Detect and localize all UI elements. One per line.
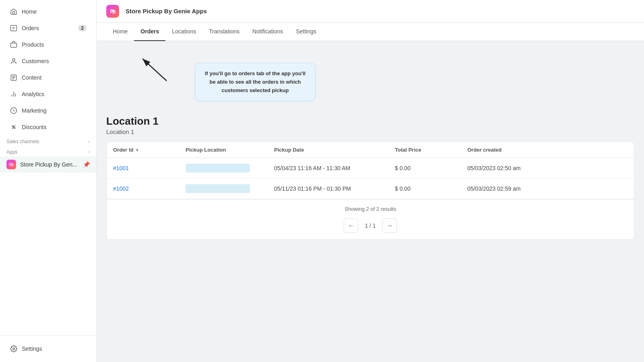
sidebar-item-home[interactable]: Home <box>3 4 93 20</box>
orders-icon <box>10 24 18 32</box>
tab-translations[interactable]: Translations <box>202 23 246 41</box>
sidebar-item-discounts-label: Discounts <box>22 124 46 130</box>
tab-orders[interactable]: Orders <box>134 23 165 41</box>
order-created-1001: 05/03/2023 02:50 am <box>467 165 556 171</box>
sidebar-item-orders-label: Orders <box>22 25 39 31</box>
tab-notifications[interactable]: Notifications <box>246 23 289 41</box>
tooltip-text: If you'll go to orders tab of the app yo… <box>205 70 305 93</box>
th-total-price: Total Price <box>395 147 467 153</box>
order-created-1002: 05/03/2023 02:59 am <box>467 185 556 192</box>
svg-point-5 <box>14 128 15 129</box>
svg-point-1 <box>12 58 15 61</box>
content-icon <box>10 74 18 82</box>
location-title: Location 1 <box>106 115 634 128</box>
sidebar-item-content[interactable]: Content <box>3 70 93 86</box>
customers-icon <box>10 57 18 65</box>
sidebar-item-marketing-label: Marketing <box>22 107 46 114</box>
sidebar-item-products-label: Products <box>22 41 44 48</box>
content-area: If you'll go to orders tab of the app yo… <box>97 41 644 362</box>
settings-icon <box>10 345 18 353</box>
page-info: 1 / 1 <box>361 222 379 229</box>
arrow-svg <box>138 55 171 87</box>
sales-channels-label: Sales channels <box>6 139 39 144</box>
sidebar-item-content-label: Content <box>22 74 41 81</box>
products-icon <box>10 41 18 49</box>
orders-table: Order Id ▼ Pickup Location Pickup Date T… <box>106 142 634 240</box>
prev-page-button[interactable]: ← <box>344 218 358 233</box>
order-id-1001[interactable]: #1001 <box>113 165 186 171</box>
svg-line-8 <box>142 59 167 81</box>
apps-chevron-icon: › <box>88 149 90 155</box>
location-header: Location 1 Location 1 <box>106 115 634 135</box>
sort-icon: ▼ <box>135 148 140 152</box>
pickup-date-1001: 05/04/23 11:16 AM - 11:30 AM <box>274 165 395 171</box>
sidebar-item-customers-label: Customers <box>22 58 49 64</box>
marketing-icon <box>10 107 18 115</box>
sidebar-item-customers[interactable]: Customers <box>3 53 93 69</box>
arrow-container <box>138 55 171 88</box>
discounts-icon <box>10 123 18 131</box>
main-content: 🛍 Store Pickup By Genie Apps Home Orders… <box>97 0 644 362</box>
total-price-1001: $ 0.00 <box>395 165 467 171</box>
pickup-location-bar <box>186 164 250 173</box>
home-icon <box>10 8 18 16</box>
pin-icon: 📌 <box>83 161 90 168</box>
tab-home[interactable]: Home <box>106 23 134 41</box>
nav-tabs: Home Orders Locations Translations Notif… <box>97 23 644 41</box>
sidebar-item-analytics[interactable]: Analytics <box>3 86 93 102</box>
pagination: ← 1 / 1 → <box>344 218 396 233</box>
sidebar-item-analytics-label: Analytics <box>22 91 44 97</box>
app-header: 🛍 Store Pickup By Genie Apps <box>97 0 644 23</box>
pickup-location-bar-1002 <box>186 184 274 193</box>
sidebar-item-home-label: Home <box>22 8 37 15</box>
svg-rect-0 <box>11 25 17 31</box>
tab-locations[interactable]: Locations <box>165 23 202 41</box>
sidebar-item-products[interactable]: Products <box>3 37 93 53</box>
pickup-location-bar-1001 <box>186 164 274 173</box>
sidebar: Home Orders 2 Products Customers C <box>0 0 97 362</box>
apps-label: Apps <box>6 149 17 155</box>
svg-point-4 <box>12 125 13 127</box>
table-header: Order Id ▼ Pickup Location Pickup Date T… <box>107 142 634 158</box>
results-text: Showing 2 of 2 results <box>345 206 396 212</box>
th-order-id[interactable]: Order Id ▼ <box>113 147 186 153</box>
tooltip-area: If you'll go to orders tab of the app yo… <box>106 51 634 107</box>
svg-point-6 <box>13 348 15 350</box>
sales-channels-section[interactable]: Sales channels › <box>0 136 96 146</box>
orders-badge: 2 <box>78 25 87 31</box>
sidebar-item-store-pickup[interactable]: 🛍 Store Pickup By Gen... 📌 <box>0 156 96 173</box>
app-header-logo: 🛍 <box>106 5 119 18</box>
table-row: #1001 05/04/23 11:16 AM - 11:30 AM $ 0.0… <box>107 158 634 179</box>
table-row: #1002 05/11/23 01:16 PM - 01:30 PM $ 0.0… <box>107 179 634 199</box>
sidebar-item-discounts[interactable]: Discounts <box>3 119 93 135</box>
sidebar-item-settings-label: Settings <box>22 346 42 352</box>
th-pickup-date: Pickup Date <box>274 147 395 153</box>
analytics-icon <box>10 90 18 98</box>
sidebar-nav: Home Orders 2 Products Customers C <box>0 0 96 335</box>
th-order-created: Order created <box>467 147 556 153</box>
tooltip-bubble: If you'll go to orders tab of the app yo… <box>195 63 316 101</box>
order-id-1002[interactable]: #1002 <box>113 185 186 192</box>
store-pickup-app-icon: 🛍 <box>6 160 16 169</box>
total-price-1002: $ 0.00 <box>395 185 467 192</box>
sidebar-bottom: Settings <box>0 335 96 362</box>
sidebar-item-orders[interactable]: Orders 2 <box>3 20 93 36</box>
sales-channels-chevron-icon: › <box>88 139 90 144</box>
location-subtitle: Location 1 <box>106 128 634 135</box>
tab-settings[interactable]: Settings <box>289 23 323 41</box>
sidebar-item-marketing[interactable]: Marketing <box>3 103 93 119</box>
th-pickup-location: Pickup Location <box>186 147 274 153</box>
pickup-date-1002: 05/11/23 01:16 PM - 01:30 PM <box>274 185 395 192</box>
app-header-title: Store Pickup By Genie Apps <box>126 8 207 14</box>
table-footer: Showing 2 of 2 results ← 1 / 1 → <box>107 199 634 239</box>
pickup-location-bar <box>186 184 250 193</box>
next-page-button[interactable]: → <box>382 218 397 233</box>
sidebar-item-settings[interactable]: Settings <box>3 341 93 357</box>
apps-section[interactable]: Apps › <box>0 146 96 156</box>
sidebar-item-store-pickup-label: Store Pickup By Gen... <box>20 161 77 168</box>
